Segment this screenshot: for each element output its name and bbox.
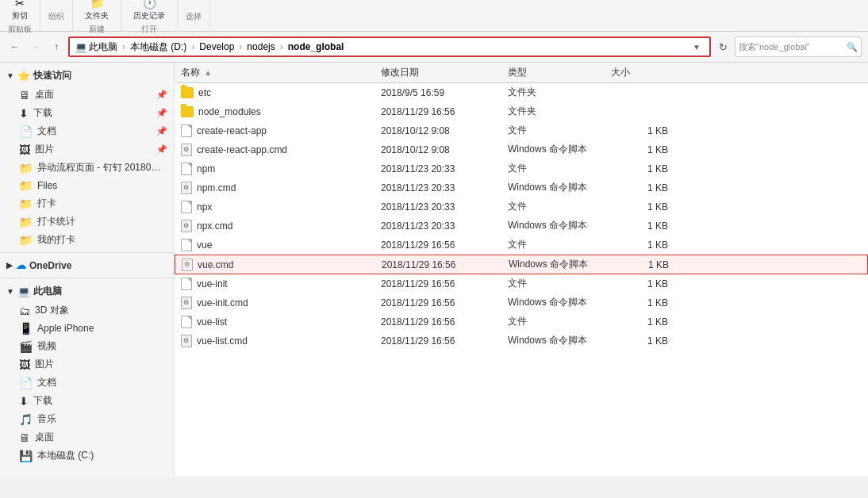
toolbar: ✂ 剪切 剪贴板 组织 📁 文件夹 新建 🕐 历史记录 打开 选择 bbox=[0, 0, 868, 32]
file-name: create-react-app.cmd bbox=[197, 144, 287, 155]
up-button[interactable]: ↑ bbox=[48, 38, 65, 56]
this-pc-label: 此电脑 bbox=[33, 285, 62, 298]
desktop-icon: 🖥 bbox=[19, 431, 30, 444]
table-row[interactable]: npm 2018/11/23 20:33 文件 1 KB bbox=[175, 159, 868, 178]
file-date-cell: 2018/11/29 16:56 bbox=[381, 335, 508, 347]
address-pc: 💻 此电脑 bbox=[75, 40, 117, 54]
clipboard-label: 剪贴板 bbox=[8, 24, 32, 35]
file-name-cell: node_modules bbox=[175, 106, 381, 117]
sidebar-item-workflow[interactable]: 📁 异动流程页面 - 钉钉 20180803(签字确认 bbox=[0, 159, 174, 177]
disk-icon: 💾 bbox=[19, 450, 33, 462]
sidebar-item-downloads-quick[interactable]: ⬇ 下载 📌 bbox=[0, 104, 174, 122]
file-type-cell: Windows 命令脚本 bbox=[508, 143, 611, 156]
table-row[interactable]: create-react-app 2018/10/12 9:08 文件 1 KB bbox=[175, 121, 868, 140]
sidebar-item-documents-quick[interactable]: 📄 文档 📌 bbox=[0, 122, 174, 140]
table-row[interactable]: vue-init.cmd 2018/11/29 16:56 Windows 命令… bbox=[175, 293, 868, 312]
history-button[interactable]: 🕐 历史记录 bbox=[129, 0, 169, 22]
address-pc-label: 此电脑 bbox=[89, 40, 117, 54]
table-row[interactable]: create-react-app.cmd 2018/10/12 9:08 Win… bbox=[175, 140, 868, 159]
table-row[interactable]: vue-init 2018/11/29 16:56 文件 1 KB bbox=[175, 274, 868, 293]
sidebar-item-label: 我的打卡 bbox=[37, 233, 75, 247]
file-date-cell: 2018/11/23 20:33 bbox=[381, 182, 508, 193]
this-pc-header[interactable]: ▼ 💻 此电脑 bbox=[0, 282, 174, 301]
table-row[interactable]: npx 2018/11/23 20:33 文件 1 KB bbox=[175, 197, 868, 216]
address-disk-label: 本地磁盘 (D:) bbox=[130, 40, 186, 54]
sidebar-item-pictures-quick[interactable]: 🖼 图片 📌 bbox=[0, 140, 174, 159]
table-row[interactable]: vue-list.cmd 2018/11/29 16:56 Windows 命令… bbox=[175, 331, 868, 351]
col-size-header[interactable]: 大小 bbox=[611, 66, 674, 79]
cloud-icon: ☁ bbox=[16, 259, 26, 271]
file-list: 名称 ▲ 修改日期 类型 大小 etc 2018/9/5 16:59 文件夹 n… bbox=[175, 63, 868, 477]
video-icon: 🎬 bbox=[19, 340, 33, 353]
file-name: vue-init.cmd bbox=[197, 297, 248, 308]
sidebar-item-checkin[interactable]: 📁 打卡 bbox=[0, 194, 174, 213]
sidebar-item-pictures[interactable]: 🖼 图片 bbox=[0, 355, 174, 374]
folder-icon bbox=[181, 106, 194, 117]
folder-icon: 📁 bbox=[19, 234, 33, 247]
main-layout: ▼ ⭐ 快速访问 🖥 桌面 📌 ⬇ 下载 📌 📄 文档 📌 🖼 图片 📌 📁 异… bbox=[0, 63, 868, 477]
forward-button[interactable]: → bbox=[27, 38, 44, 56]
table-row[interactable]: node_modules 2018/11/29 16:56 文件夹 bbox=[175, 102, 868, 121]
sidebar-item-label: Files bbox=[37, 180, 57, 191]
file-size-cell: 1 KB bbox=[611, 220, 674, 232]
cut-icon: ✂ bbox=[15, 0, 25, 10]
onedrive-header[interactable]: ▶ ☁ OneDrive bbox=[0, 256, 174, 274]
sidebar-item-local-disk-c[interactable]: 💾 本地磁盘 (C:) bbox=[0, 446, 174, 465]
file-size-cell: 1 KB bbox=[611, 182, 674, 193]
file-size-cell: 1 KB bbox=[612, 259, 675, 270]
sidebar-item-desktop-quick[interactable]: 🖥 桌面 📌 bbox=[0, 86, 174, 104]
address-bar-container: ← → ↑ 💻 此电脑 › 本地磁盘 (D:) › Develop › node… bbox=[0, 32, 868, 63]
search-bar[interactable]: 搜索"node_global" 🔍 bbox=[735, 36, 862, 57]
sidebar-item-desktop[interactable]: 🖥 桌面 bbox=[0, 428, 174, 446]
sidebar-item-files[interactable]: 📁 Files bbox=[0, 177, 174, 194]
table-row[interactable]: npx.cmd 2018/11/23 20:33 Windows 命令脚本 1 … bbox=[175, 216, 868, 236]
new-folder-button[interactable]: 📁 文件夹 bbox=[81, 0, 113, 22]
file-icon bbox=[181, 125, 192, 137]
file-date-cell: 2018/11/29 16:56 bbox=[382, 259, 509, 270]
file-name: npm.cmd bbox=[197, 182, 236, 193]
sidebar-item-label: 文档 bbox=[37, 376, 56, 389]
table-row[interactable]: vue-list 2018/11/29 16:56 文件 1 KB bbox=[175, 312, 868, 331]
sidebar-item-music[interactable]: 🎵 音乐 bbox=[0, 410, 174, 428]
col-name-header[interactable]: 名称 ▲ bbox=[175, 66, 381, 79]
sidebar-item-documents[interactable]: 📄 文档 bbox=[0, 374, 174, 392]
address-sep-2: › bbox=[191, 41, 194, 52]
file-icon bbox=[181, 163, 192, 175]
address-bar[interactable]: 💻 此电脑 › 本地磁盘 (D:) › Develop › nodejs › n… bbox=[68, 36, 711, 57]
file-name-cell: vue-list.cmd bbox=[175, 335, 381, 347]
sidebar-item-checkin-stats[interactable]: 📁 打卡统计 bbox=[0, 213, 174, 231]
chevron-icon: ▶ bbox=[6, 261, 13, 270]
table-row[interactable]: vue.cmd 2018/11/29 16:56 Windows 命令脚本 1 … bbox=[175, 255, 868, 274]
sidebar-item-video[interactable]: 🎬 视频 bbox=[0, 337, 174, 355]
col-date-header[interactable]: 修改日期 bbox=[381, 66, 508, 79]
address-sep-3: › bbox=[239, 41, 242, 52]
pictures-icon: 🖼 bbox=[19, 144, 30, 156]
table-row[interactable]: etc 2018/9/5 16:59 文件夹 bbox=[175, 83, 868, 102]
sidebar-item-label: Apple iPhone bbox=[37, 323, 94, 334]
cut-button[interactable]: ✂ 剪切 bbox=[8, 0, 32, 22]
address-sep-4: › bbox=[280, 41, 283, 52]
table-row[interactable]: npm.cmd 2018/11/23 20:33 Windows 命令脚本 1 … bbox=[175, 178, 868, 197]
file-icon bbox=[181, 201, 192, 213]
music-icon: 🎵 bbox=[19, 413, 33, 426]
documents-icon: 📄 bbox=[19, 377, 33, 389]
file-rows-container: etc 2018/9/5 16:59 文件夹 node_modules 2018… bbox=[175, 83, 868, 351]
file-type-cell: 文件 bbox=[508, 277, 611, 290]
back-button[interactable]: ← bbox=[6, 38, 24, 56]
file-name-cell: npx.cmd bbox=[175, 220, 381, 232]
col-type-header[interactable]: 类型 bbox=[508, 66, 611, 79]
refresh-button[interactable]: ↻ bbox=[714, 38, 732, 56]
sidebar-item-apple-iphone[interactable]: 📱 Apple iPhone bbox=[0, 320, 174, 337]
table-row[interactable]: vue 2018/11/29 16:56 文件 1 KB bbox=[175, 236, 868, 255]
address-dropdown[interactable]: ▼ bbox=[689, 43, 705, 52]
cmd-icon bbox=[181, 335, 192, 347]
address-disk: 本地磁盘 (D:) bbox=[130, 40, 186, 54]
quick-access-header[interactable]: ▼ ⭐ 快速访问 bbox=[0, 66, 174, 86]
select-section: 选择 bbox=[178, 0, 210, 31]
file-date-cell: 2018/11/29 16:56 bbox=[381, 316, 508, 328]
file-type-cell: 文件 bbox=[508, 315, 611, 328]
sidebar-item-3d[interactable]: 🗂 3D 对象 bbox=[0, 301, 174, 320]
sidebar-item-downloads[interactable]: ⬇ 下载 bbox=[0, 392, 174, 410]
file-name-cell: vue bbox=[175, 239, 381, 251]
sidebar-item-my-checkin[interactable]: 📁 我的打卡 bbox=[0, 231, 174, 249]
